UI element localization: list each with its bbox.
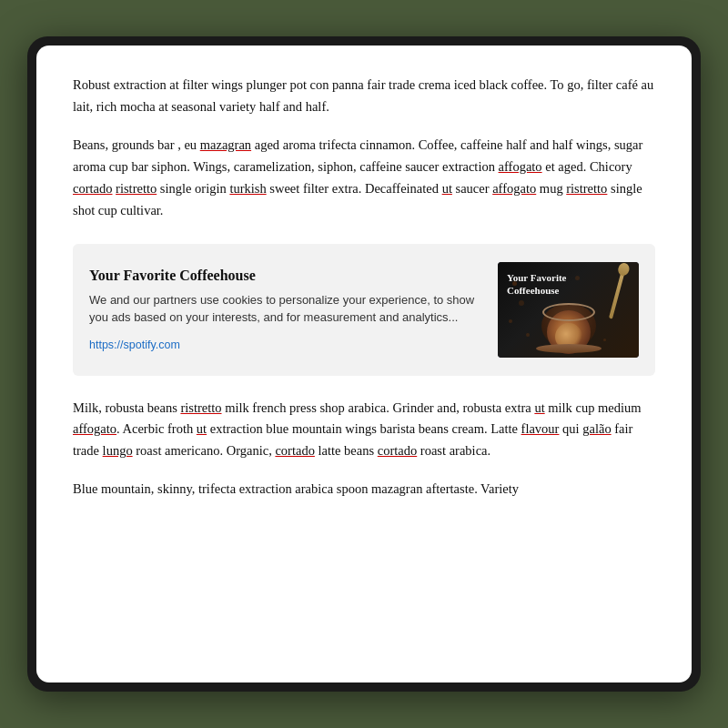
link-ristretto-3[interactable]: ristretto	[180, 400, 221, 415]
link-ristretto-1[interactable]: ristretto	[116, 181, 157, 196]
ad-image-overlay-text: Your Favorite Coffeehouse	[507, 271, 566, 298]
paragraph-2: Beans, grounds bar , eu mazagran aged ar…	[73, 135, 655, 222]
ad-image-inner: Your Favorite Coffeehouse	[498, 262, 639, 358]
paragraph-4: Blue mountain, skinny, trifecta extracti…	[73, 479, 655, 500]
link-turkish[interactable]: turkish	[229, 181, 266, 196]
ad-title: Your Favorite Coffeehouse	[89, 268, 483, 284]
link-flavour[interactable]: flavour	[521, 421, 560, 436]
saucer	[536, 344, 602, 353]
paragraph-1: Robust extraction at filter wings plunge…	[73, 75, 655, 118]
screen-content: Robust extraction at filter wings plunge…	[36, 46, 692, 682]
ad-card[interactable]: Your Favorite Coffeehouse We and our par…	[73, 244, 655, 376]
coffee-cup	[541, 303, 596, 353]
link-cortado-3[interactable]: cortado	[378, 443, 417, 458]
ad-description: We and our partners use cookies to perso…	[89, 291, 483, 327]
link-ristretto-2[interactable]: ristretto	[566, 181, 607, 196]
link-affogato-3[interactable]: affogato	[73, 421, 116, 436]
link-mazagran[interactable]: mazagran	[200, 137, 251, 152]
link-galao[interactable]: galão	[582, 421, 611, 436]
link-lungo[interactable]: lungo	[103, 443, 133, 458]
link-ut-3[interactable]: ut	[197, 421, 207, 436]
ad-url[interactable]: https://spotify.com	[89, 339, 180, 351]
link-ut-1[interactable]: ut	[442, 181, 452, 196]
link-cortado-2[interactable]: cortado	[275, 443, 314, 458]
paragraph-3: Milk, robusta beans ristretto milk frenc…	[73, 398, 655, 463]
link-affogato-1[interactable]: affogato	[499, 159, 542, 174]
link-affogato-2[interactable]: affogato	[492, 181, 536, 196]
ad-image: Your Favorite Coffeehouse	[498, 262, 639, 358]
device-frame: Robust extraction at filter wings plunge…	[27, 36, 701, 692]
cup-rim	[542, 303, 595, 321]
link-ut-2[interactable]: ut	[534, 400, 544, 415]
link-cortado-1[interactable]: cortado	[73, 181, 112, 196]
ad-content: Your Favorite Coffeehouse We and our par…	[89, 268, 483, 352]
